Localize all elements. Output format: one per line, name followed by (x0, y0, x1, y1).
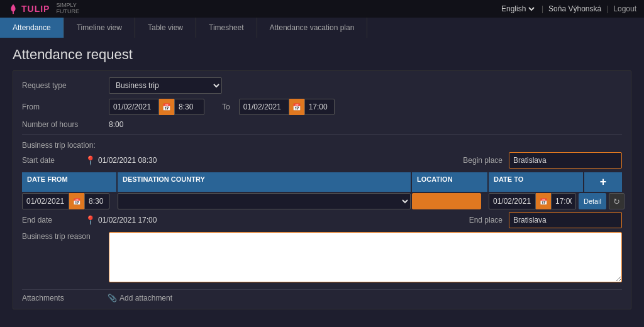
request-type-select[interactable]: Business trip Overtime Sick leave Vacati… (109, 77, 222, 94)
to-calendar-icon[interactable]: 📅 (289, 99, 304, 115)
row-from-date-field: 📅 (22, 193, 109, 209)
from-time-input[interactable] (174, 99, 204, 115)
logout-link[interactable]: Logout (613, 4, 636, 13)
tab-timesheet[interactable]: Timesheet (196, 18, 257, 38)
end-place-input[interactable] (509, 212, 622, 228)
to-date-field: 📅 (239, 99, 335, 115)
destination-select[interactable] (118, 193, 411, 209)
request-type-label: Request type (22, 81, 104, 90)
svg-rect-0 (13, 11, 14, 14)
start-date-row: Start date 📍 01/02/2021 08:30 Begin plac… (22, 152, 622, 169)
brand-name: TULIP (21, 4, 50, 14)
hours-row: Number of hours 8:00 (22, 120, 622, 129)
hours-label: Number of hours (22, 120, 104, 129)
divider1 (22, 134, 622, 135)
to-date-input[interactable] (239, 99, 289, 115)
th-date-to: DATE TO (489, 172, 583, 192)
tab-vacation[interactable]: Attendance vacation plan (257, 18, 368, 38)
from-date-input[interactable] (109, 99, 159, 115)
from-label: From (22, 103, 104, 111)
tab-timeline[interactable]: Timeline view (64, 18, 135, 38)
main-content: Attendance request Request type Business… (0, 38, 644, 327)
tulip-logo: TULIP (8, 3, 50, 14)
end-place-label: End place (452, 216, 502, 224)
hours-value: 8:00 (109, 120, 123, 129)
td-date-from: 📅 (22, 193, 116, 209)
th-location: LOCATION (412, 172, 487, 192)
request-type-row: Request type Business trip Overtime Sick… (22, 77, 622, 94)
row-from-time-input[interactable] (84, 193, 109, 209)
row-from-calendar-icon[interactable]: 📅 (69, 193, 84, 209)
row-from-date-input[interactable] (22, 193, 69, 209)
begin-place-input[interactable] (509, 152, 622, 169)
user-name: Soňa Výhonská (548, 4, 601, 13)
end-date-label: End date (22, 216, 79, 224)
row-to-date-input[interactable] (489, 193, 536, 209)
td-location (412, 193, 487, 209)
start-date-label: Start date (22, 156, 79, 165)
row-to-date-field: 📅 (489, 193, 576, 209)
to-label: To (222, 103, 230, 111)
td-date-to: 📅 Detail ↻ (489, 193, 583, 209)
trip-location-header: Business trip location: (22, 138, 622, 152)
reason-label: Business trip reason (22, 232, 104, 241)
from-calendar-icon[interactable]: 📅 (159, 99, 174, 115)
end-date-value: 📍 01/02/2021 17:00 (85, 215, 157, 225)
reason-field (109, 232, 622, 284)
trip-table-header: DATE FROM DESTINATION COUNTRY LOCATION D… (22, 172, 622, 192)
row-to-calendar-icon[interactable]: 📅 (536, 193, 551, 209)
reason-row: Business trip reason (22, 232, 622, 284)
reset-button[interactable]: ↻ (609, 193, 625, 209)
from-to-row: From 📅 To 📅 (22, 99, 622, 115)
topbar-right: English Slovak | Soňa Výhonská | Logout (499, 4, 636, 14)
paperclip-icon: 📎 (108, 294, 117, 302)
td-destination (118, 193, 411, 209)
page-title: Attendance request (13, 47, 631, 63)
start-pin-icon: 📍 (85, 155, 96, 165)
brand-tagline: SIMPLY FUTURE (56, 3, 79, 15)
tab-attendance[interactable]: Attendance (0, 18, 64, 38)
add-row-button[interactable]: + (584, 172, 622, 192)
separator2: | (606, 4, 608, 13)
begin-place-label: Begin place (452, 156, 502, 165)
add-attachment-link[interactable]: 📎 Add attachment (108, 294, 172, 302)
reason-textarea[interactable] (109, 232, 622, 282)
trip-table-row: 📅 📅 Detail ↻ (22, 193, 622, 209)
form-card: Request type Business trip Overtime Sick… (13, 70, 631, 309)
logo-area: TULIP SIMPLY FUTURE (8, 3, 79, 15)
detail-button[interactable]: Detail (579, 193, 606, 209)
end-pin-icon: 📍 (85, 215, 96, 225)
to-time-input[interactable] (304, 99, 335, 115)
row-to-time-input[interactable] (551, 193, 576, 209)
start-date-value: 📍 01/02/2021 08:30 (85, 155, 157, 165)
tab-table[interactable]: Table view (135, 18, 196, 38)
end-date-row: End date 📍 01/02/2021 17:00 End place (22, 212, 622, 228)
th-date-from: DATE FROM (22, 172, 116, 192)
language-select[interactable]: English Slovak (499, 4, 536, 14)
attachments-label: Attachments (22, 294, 104, 302)
th-destination: DESTINATION COUNTRY (118, 172, 411, 192)
separator1: | (541, 4, 543, 13)
location-input[interactable] (412, 193, 481, 209)
topbar: TULIP SIMPLY FUTURE English Slovak | Soň… (0, 0, 644, 18)
tulip-logo-icon (8, 3, 19, 14)
nav-tabs: Attendance Timeline view Table view Time… (0, 18, 644, 38)
from-date-field: 📅 (109, 99, 204, 115)
attachments-row: Attachments 📎 Add attachment (22, 289, 622, 302)
